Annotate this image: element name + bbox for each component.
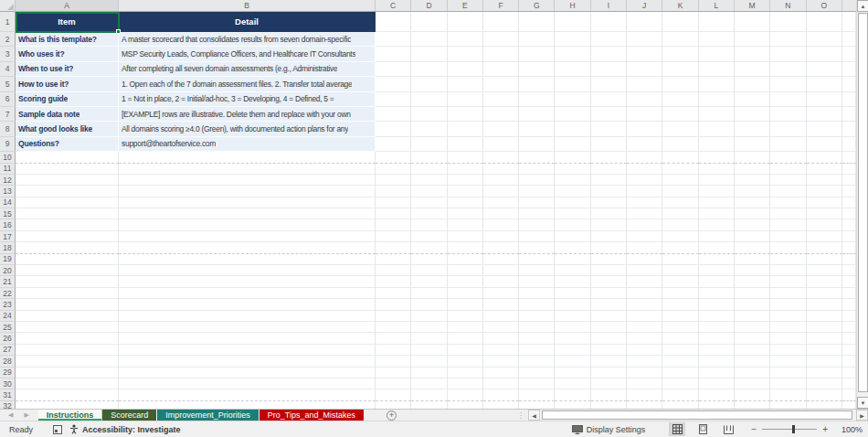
cell-M1[interactable] [735,12,770,32]
cell-J13[interactable] [627,186,662,197]
cell-E17[interactable] [448,231,483,242]
cell-J2[interactable] [627,32,662,47]
row-header-15[interactable]: 15 [0,208,16,219]
cell-E11[interactable] [448,164,483,175]
column-header-O[interactable]: O [807,0,842,11]
cell-M24[interactable] [735,311,770,322]
cell-B4[interactable]: After completing all seven domain assess… [119,62,376,77]
cell-C22[interactable] [376,288,411,299]
cell-I4[interactable] [591,62,627,77]
horizontal-scrollbar-track[interactable] [540,410,856,421]
cell-G18[interactable] [519,242,555,253]
cell-D20[interactable] [411,265,447,276]
cell-A3[interactable]: Who uses it? [16,47,119,61]
cell-O8[interactable] [807,122,842,136]
cell-A31[interactable] [16,389,119,400]
cell-D4[interactable] [411,62,447,77]
cell-N18[interactable] [770,242,806,253]
cell-C1[interactable] [376,12,411,32]
cell-C31[interactable] [376,389,411,400]
cell-F22[interactable] [483,288,519,299]
column-header-N[interactable]: N [770,0,806,11]
column-header-K[interactable]: K [662,0,698,11]
cell-K17[interactable] [662,231,698,242]
cell-G17[interactable] [519,231,555,242]
cell-M21[interactable] [735,276,770,287]
cell-O29[interactable] [807,368,842,378]
row-header-9[interactable]: 9 [0,137,16,152]
cell-G15[interactable] [519,208,555,219]
cell-K1[interactable] [662,12,698,32]
cell-L18[interactable] [699,242,735,253]
cell-N15[interactable] [770,208,806,219]
cell-J9[interactable] [627,137,662,152]
cell-F16[interactable] [483,219,519,230]
column-header-A[interactable]: A [16,0,119,11]
cell-E32[interactable] [448,401,483,409]
cell-J5[interactable] [627,77,662,91]
cell-E3[interactable] [448,47,483,61]
cell-F1[interactable] [483,12,519,32]
cell-E1[interactable] [448,12,483,32]
cell-L5[interactable] [699,77,735,91]
cell-O5[interactable] [807,77,842,91]
cell-G14[interactable] [519,197,555,208]
cell-I9[interactable] [591,137,627,152]
cell-F19[interactable] [483,254,519,265]
row-header-29[interactable]: 29 [0,368,16,378]
cell-G28[interactable] [519,356,555,367]
scroll-right-icon[interactable]: ▶ [856,410,868,421]
cell-H2[interactable] [555,32,590,47]
cell-M26[interactable] [735,333,770,344]
cell-D18[interactable] [411,242,447,253]
cell-F9[interactable] [483,137,519,152]
cell-F31[interactable] [483,389,519,400]
cell-F30[interactable] [483,378,519,389]
cell-N1[interactable] [770,12,806,32]
accessibility-status[interactable]: Accessibility: Investigate [69,424,181,434]
cell-B22[interactable] [119,288,376,299]
column-header-G[interactable]: G [519,0,555,11]
cell-N9[interactable] [770,137,806,152]
cell-B2[interactable]: A master scorecard that consolidates res… [119,32,376,47]
cell-A29[interactable] [16,368,119,378]
cell-N29[interactable] [770,368,806,378]
cell-B5[interactable]: 1. Open each of the 7 domain assessment … [119,77,376,91]
cell-K21[interactable] [662,276,698,287]
cell-J11[interactable] [627,164,662,175]
cell-O6[interactable] [807,92,842,107]
cell-J1[interactable] [627,12,662,32]
cell-I10[interactable] [591,152,627,163]
cell-L1[interactable] [699,12,735,32]
cell-M15[interactable] [735,208,770,219]
cell-C7[interactable] [376,107,411,122]
cell-I8[interactable] [591,122,627,136]
tab-instructions[interactable]: Instructions [38,410,103,421]
cell-G12[interactable] [519,175,555,186]
cell-C10[interactable] [376,152,411,163]
cell-C8[interactable] [376,122,411,136]
cell-D31[interactable] [411,389,447,400]
row-header-18[interactable]: 18 [0,242,16,253]
cell-B28[interactable] [119,356,376,367]
cell-O13[interactable] [807,186,842,197]
cell-M5[interactable] [735,77,770,91]
cell-G21[interactable] [519,276,555,287]
cell-I32[interactable] [591,401,627,409]
cell-K24[interactable] [662,311,698,322]
cell-O20[interactable] [807,265,842,276]
cell-L32[interactable] [699,401,735,409]
cell-I16[interactable] [591,219,627,230]
cell-D23[interactable] [411,299,447,310]
cell-J18[interactable] [627,242,662,253]
cell-H14[interactable] [555,197,590,208]
row-header-22[interactable]: 22 [0,288,16,299]
row-header-25[interactable]: 25 [0,322,16,333]
cell-M19[interactable] [735,254,770,265]
cell-B12[interactable] [119,175,376,186]
cell-E31[interactable] [448,389,483,400]
cell-D11[interactable] [411,164,447,175]
cell-A8[interactable]: What good looks like [16,122,119,136]
cell-H24[interactable] [555,311,590,322]
cell-H5[interactable] [555,77,590,91]
